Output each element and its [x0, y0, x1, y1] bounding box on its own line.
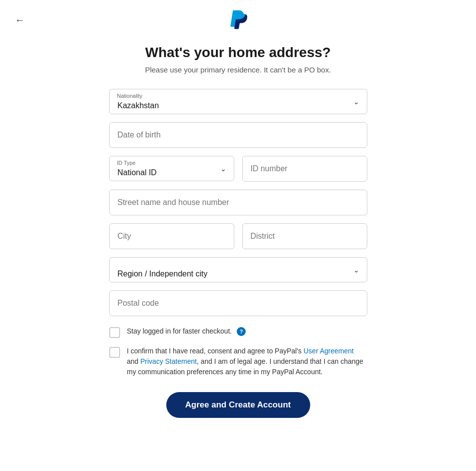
- city-wrapper: [109, 223, 234, 249]
- id-type-group: ID Type National IDPassportDriver's Lice…: [109, 156, 234, 182]
- checkbox-section: Stay logged in for faster checkout. ? I …: [109, 326, 367, 377]
- back-arrow-icon: ←: [15, 14, 25, 26]
- back-button[interactable]: ←: [15, 14, 25, 26]
- city-group: [109, 223, 234, 249]
- street-input[interactable]: [109, 190, 367, 215]
- agree-row: I confirm that I have read, consent and …: [109, 346, 367, 377]
- dob-input[interactable]: [109, 122, 367, 148]
- postal-input[interactable]: [109, 290, 367, 316]
- stay-logged-checkbox[interactable]: [109, 327, 120, 338]
- main-content: What's your home address? Please use you…: [99, 40, 377, 433]
- id-row: ID Type National IDPassportDriver's Lice…: [109, 156, 367, 190]
- paypal-logo: [228, 10, 248, 30]
- postal-wrapper: [109, 290, 367, 316]
- agree-label: I confirm that I have read, consent and …: [127, 346, 367, 377]
- region-group: Region / Independent cityAlmatyAstanaShy…: [109, 257, 367, 282]
- district-input[interactable]: [242, 223, 367, 249]
- stay-logged-label: Stay logged in for faster checkout. ?: [127, 326, 246, 336]
- page-subtitle: Please use your primary residence. It ca…: [109, 66, 367, 74]
- district-wrapper: [242, 223, 367, 249]
- street-wrapper: [109, 190, 367, 215]
- stay-logged-row: Stay logged in for faster checkout. ?: [109, 326, 367, 338]
- dob-wrapper: [109, 122, 367, 148]
- nationality-group: Nationality KazakhstanRussiaUSAGermany ⌄: [109, 89, 367, 114]
- city-input[interactable]: [109, 223, 234, 249]
- id-type-select[interactable]: National IDPassportDriver's License: [109, 156, 234, 181]
- region-select[interactable]: Region / Independent cityAlmatyAstanaShy…: [109, 257, 367, 282]
- dob-group: [109, 122, 367, 148]
- page-title: What's your home address?: [109, 45, 367, 61]
- nationality-wrapper: Nationality KazakhstanRussiaUSAGermany ⌄: [109, 89, 367, 114]
- district-group: [242, 223, 367, 249]
- street-group: [109, 190, 367, 215]
- privacy-statement-link[interactable]: Privacy Statement: [140, 357, 197, 365]
- page-container: ← What's your home address? Please use y…: [0, 0, 476, 471]
- id-number-input[interactable]: [242, 156, 367, 182]
- agree-checkbox[interactable]: [109, 347, 120, 358]
- id-type-wrapper: ID Type National IDPassportDriver's Lice…: [109, 156, 234, 181]
- id-number-wrapper: [242, 156, 367, 182]
- city-district-row: [109, 223, 367, 257]
- id-number-group: [242, 156, 367, 182]
- submit-button[interactable]: Agree and Create Account: [166, 392, 310, 418]
- header: ←: [0, 0, 476, 40]
- postal-group: [109, 290, 367, 316]
- region-wrapper: Region / Independent cityAlmatyAstanaShy…: [109, 257, 367, 282]
- nationality-select[interactable]: KazakhstanRussiaUSAGermany: [109, 89, 367, 114]
- help-icon[interactable]: ?: [237, 327, 246, 336]
- user-agreement-link[interactable]: User Agreement: [304, 347, 354, 355]
